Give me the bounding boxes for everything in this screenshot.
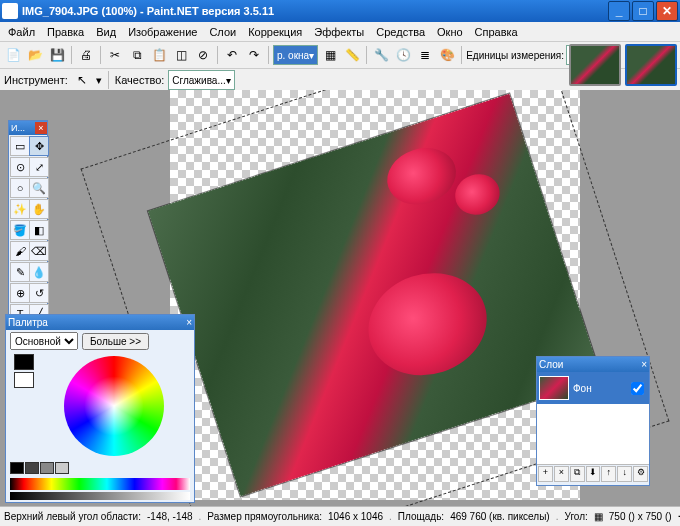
cut-button[interactable]: ✂ <box>105 45 125 65</box>
preset-color[interactable] <box>10 462 24 474</box>
tool-gradient[interactable]: ◧ <box>29 220 49 240</box>
layer-props-button[interactable]: ⚙ <box>633 466 648 482</box>
tool-ellipse-select[interactable]: ○ <box>10 178 30 198</box>
tool-magic-wand[interactable]: ✨ <box>10 199 30 219</box>
canvas[interactable] <box>170 90 580 500</box>
menu-edit[interactable]: Правка <box>41 24 90 40</box>
menu-file[interactable]: Файл <box>2 24 41 40</box>
menu-tools[interactable]: Средства <box>370 24 431 40</box>
menu-layers[interactable]: Слои <box>203 24 242 40</box>
layers-header[interactable]: Слои × <box>537 357 649 372</box>
status-area-label: Площадь: <box>398 511 444 522</box>
layer-buttons: + × ⧉ ⬇ ↑ ↓ ⚙ <box>537 464 649 485</box>
separator <box>366 46 367 64</box>
close-icon[interactable]: × <box>641 359 647 370</box>
close-icon[interactable]: × <box>186 317 192 328</box>
menu-adjust[interactable]: Коррекция <box>242 24 308 40</box>
undo-button[interactable]: ↶ <box>222 45 242 65</box>
paste-button[interactable]: 📋 <box>149 45 169 65</box>
status-sel-size: 750 () x 750 () <box>609 511 672 522</box>
new-button[interactable]: 📄 <box>3 45 23 65</box>
separator <box>217 46 218 64</box>
app-icon <box>2 3 18 19</box>
current-tool-icon[interactable]: ↖ <box>72 70 92 90</box>
separator <box>108 71 109 89</box>
tool-pan[interactable]: ✋ <box>29 199 49 219</box>
delete-layer-button[interactable]: × <box>554 466 569 482</box>
tool-move[interactable]: ✥ <box>29 136 49 156</box>
status-area-value: 469 760 (кв. пикселы) <box>450 511 550 522</box>
tool-rect-select[interactable]: ▭ <box>10 136 30 156</box>
color-strip[interactable] <box>10 478 190 490</box>
menu-window[interactable]: Окно <box>431 24 469 40</box>
quality-label: Качество: <box>115 74 165 86</box>
color-wheel[interactable] <box>64 356 164 456</box>
preset-color[interactable] <box>25 462 39 474</box>
tool-clone[interactable]: ⊕ <box>10 283 30 303</box>
more-button[interactable]: Больше >> <box>82 333 149 350</box>
menu-effects[interactable]: Эффекты <box>308 24 370 40</box>
layers-panel: Слои × Фон + × ⧉ ⬇ ↑ ↓ ⚙ <box>536 356 650 486</box>
image-content <box>355 258 500 390</box>
tool-window-button[interactable]: 🔧 <box>371 45 391 65</box>
secondary-color[interactable] <box>14 372 34 388</box>
copy-button[interactable]: ⧉ <box>127 45 147 65</box>
instrument-label: Инструмент: <box>4 74 68 86</box>
tools-panel-header[interactable]: И... × <box>9 121 47 135</box>
tool-zoom[interactable]: 🔍 <box>29 178 49 198</box>
deselect-button[interactable]: ⊘ <box>193 45 213 65</box>
palette-header[interactable]: Палитра × <box>6 315 194 330</box>
menu-image[interactable]: Изображение <box>122 24 203 40</box>
tool-move-selection[interactable]: ⤢ <box>29 157 49 177</box>
preset-color[interactable] <box>55 462 69 474</box>
primary-color[interactable] <box>14 354 34 370</box>
separator <box>71 46 72 64</box>
titlebar: IMG_7904.JPG (100%) - Paint.NET версия 3… <box>0 0 680 22</box>
layer-down-button[interactable]: ↓ <box>617 466 632 482</box>
tool-picker[interactable]: 💧 <box>29 262 49 282</box>
close-icon[interactable]: × <box>35 122 47 134</box>
color-mode-select[interactable]: Основной <box>10 332 78 350</box>
save-button[interactable]: 💾 <box>47 45 67 65</box>
gray-strip[interactable] <box>10 492 190 500</box>
image-thumb-2[interactable] <box>625 44 677 86</box>
separator <box>100 46 101 64</box>
close-button[interactable]: ✕ <box>656 1 678 21</box>
tool-eraser[interactable]: ⌫ <box>29 241 49 261</box>
layer-visible-checkbox[interactable] <box>631 382 644 395</box>
redo-button[interactable]: ↷ <box>244 45 264 65</box>
layer-thumb <box>539 376 569 400</box>
colors-window-button[interactable]: 🎨 <box>437 45 457 65</box>
layer-item[interactable]: Фон <box>537 372 649 404</box>
maximize-button[interactable]: □ <box>632 1 654 21</box>
selection-icon: ▦ <box>594 511 603 523</box>
zoom-fit-select[interactable]: р. окна ▾ <box>273 45 318 65</box>
image-content <box>379 139 463 213</box>
ruler-button[interactable]: 📏 <box>342 45 362 65</box>
add-layer-button[interactable]: + <box>538 466 553 482</box>
menu-help[interactable]: Справка <box>469 24 524 40</box>
tool-recolor[interactable]: ↺ <box>29 283 49 303</box>
palette-panel: Палитра × Основной Больше >> <box>5 314 195 503</box>
layers-window-button[interactable]: ≣ <box>415 45 435 65</box>
tool-pencil[interactable]: ✎ <box>10 262 30 282</box>
open-button[interactable]: 📂 <box>25 45 45 65</box>
minimize-button[interactable]: _ <box>608 1 630 21</box>
layer-up-button[interactable]: ↑ <box>601 466 616 482</box>
tool-brush[interactable]: 🖌 <box>10 241 30 261</box>
quality-select[interactable]: Сглажива... ▾ <box>168 70 234 90</box>
crop-button[interactable]: ◫ <box>171 45 191 65</box>
image-thumbnails <box>569 44 677 86</box>
image-thumb-1[interactable] <box>569 44 621 86</box>
tool-fill[interactable]: 🪣 <box>10 220 30 240</box>
history-window-button[interactable]: 🕓 <box>393 45 413 65</box>
duplicate-layer-button[interactable]: ⧉ <box>570 466 585 482</box>
image-content <box>450 168 505 220</box>
grid-button[interactable]: ▦ <box>320 45 340 65</box>
merge-layer-button[interactable]: ⬇ <box>586 466 601 482</box>
preset-color[interactable] <box>40 462 54 474</box>
tool-lasso[interactable]: ⊙ <box>10 157 30 177</box>
menu-view[interactable]: Вид <box>90 24 122 40</box>
layer-name: Фон <box>573 383 592 394</box>
print-button[interactable]: 🖨 <box>76 45 96 65</box>
